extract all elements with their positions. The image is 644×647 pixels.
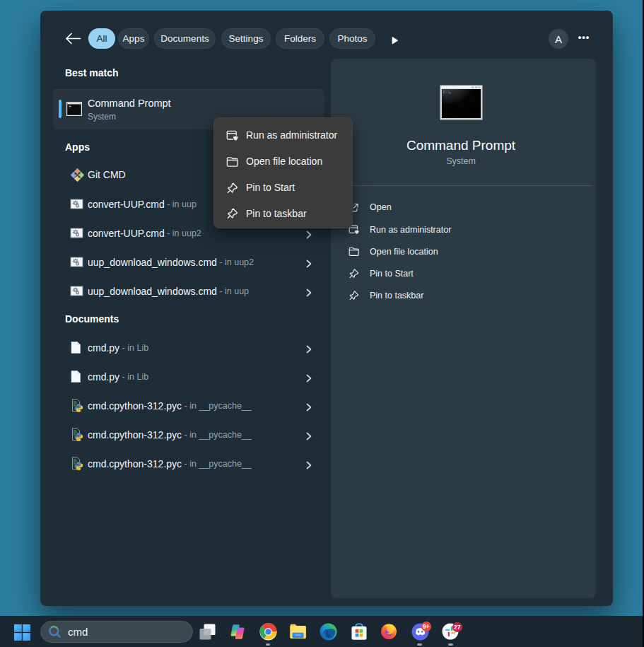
svg-text:C:\: C:\	[443, 91, 450, 95]
